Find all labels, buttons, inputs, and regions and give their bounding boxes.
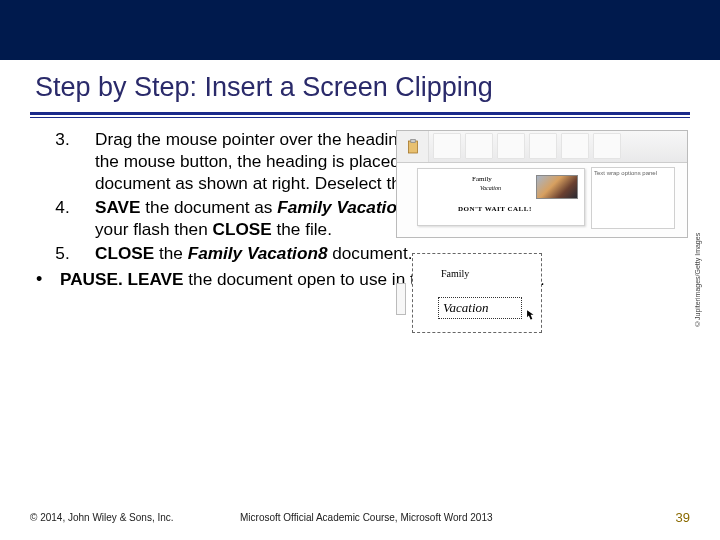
flyer-page: Family Vacation DON'T WAIT CALL! xyxy=(417,168,585,226)
ribbon xyxy=(397,131,687,163)
text-bold-italic: Family Vacation8 xyxy=(188,243,333,263)
title-rule-thick xyxy=(30,112,690,115)
ribbon-button xyxy=(497,133,525,159)
svg-rect-1 xyxy=(410,139,415,142)
step-number: 3. xyxy=(30,128,95,194)
screenshot-illustration: Family Vacation DON'T WAIT CALL! Text wr… xyxy=(396,130,688,352)
ribbon-button xyxy=(529,133,557,159)
ribbon-button xyxy=(593,133,621,159)
bullet-icon: • xyxy=(30,268,60,291)
paste-icon xyxy=(397,131,429,162)
top-bar xyxy=(0,0,720,60)
page-handle xyxy=(396,283,406,315)
text-bold: CLOSE xyxy=(95,243,159,263)
text: the xyxy=(159,243,188,263)
text: the file. xyxy=(277,219,332,239)
image-attribution: ©Jupiterimages/Getty Images xyxy=(694,220,704,340)
step-number: 4. xyxy=(30,196,95,240)
slide: Step by Step: Insert a Screen Clipping 3… xyxy=(0,0,720,540)
dashed-clipping-box: Family Vacation xyxy=(412,253,542,333)
page-number: 39 xyxy=(650,510,690,525)
ribbon-button xyxy=(433,133,461,159)
ribbon-buttons xyxy=(429,131,687,162)
title-rule-thin xyxy=(30,117,690,118)
text-bold: PAUSE. LEAVE xyxy=(60,269,188,289)
clip-heading: Family xyxy=(441,268,469,279)
copyright: © 2014, John Wiley & Sons, Inc. xyxy=(30,512,210,523)
document-body: Family Vacation DON'T WAIT CALL! Text wr… xyxy=(417,165,677,231)
cursor-icon xyxy=(523,309,537,323)
text: Drag the mouse pointer over the heading, xyxy=(95,129,417,149)
clipping-callout: Family Vacation xyxy=(396,245,586,345)
step-number: 5. xyxy=(30,242,95,264)
text-bold: CLOSE xyxy=(213,219,277,239)
course-name: Microsoft Official Academic Course, Micr… xyxy=(210,512,650,523)
flyer-title: Family xyxy=(472,175,492,183)
wrap-text-panel: Text wrap options panel xyxy=(591,167,675,229)
word-window-mock: Family Vacation DON'T WAIT CALL! Text wr… xyxy=(396,130,688,238)
flyer-photo xyxy=(536,175,578,199)
ribbon-button xyxy=(561,133,589,159)
slide-title: Step by Step: Insert a Screen Clipping xyxy=(35,72,493,103)
flyer-subtitle: Vacation xyxy=(480,185,501,191)
flyer-callout: DON'T WAIT CALL! xyxy=(458,205,532,213)
clip-subheading: Vacation xyxy=(443,300,489,316)
footer: © 2014, John Wiley & Sons, Inc. Microsof… xyxy=(30,508,690,526)
text-bold: SAVE xyxy=(95,197,145,217)
ribbon-button xyxy=(465,133,493,159)
text: the document as xyxy=(145,197,277,217)
